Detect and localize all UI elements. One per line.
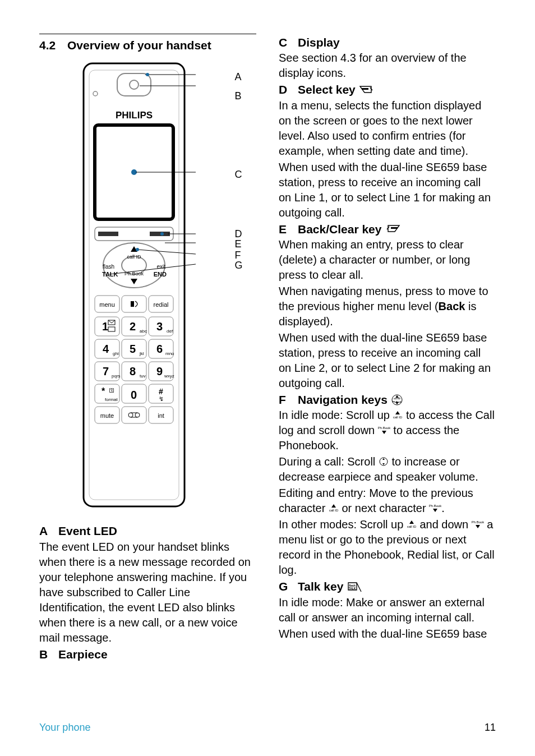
svg-text:9: 9 xyxy=(156,365,163,377)
svg-text:Ph.Book: Ph.Book xyxy=(429,504,441,508)
item-a-title: Event LED xyxy=(58,523,117,539)
svg-marker-90 xyxy=(395,411,400,414)
item-d-title: Select key xyxy=(298,82,356,98)
svg-text:6: 6 xyxy=(156,343,163,355)
footer-section: Your phone xyxy=(39,722,90,734)
svg-text:mno: mno xyxy=(165,351,174,356)
svg-text:call ID: call ID xyxy=(407,525,417,528)
item-a-text: The event LED on your handset blinks whe… xyxy=(39,540,256,646)
item-c-text: See section 4.3 for an overview of the d… xyxy=(279,50,496,81)
item-d-letter: D xyxy=(279,82,298,98)
svg-text:format: format xyxy=(105,397,118,402)
item-b-title: Earpiece xyxy=(58,647,108,662)
svg-text:call ID: call ID xyxy=(393,416,403,419)
svg-marker-104 xyxy=(476,525,480,528)
item-f-head: F Navigation keys call IDPh.Book xyxy=(279,392,496,408)
talk-key-icon: flashTALK xyxy=(347,581,362,593)
svg-text:flash: flash xyxy=(103,264,114,270)
svg-point-79 xyxy=(136,248,139,251)
svg-text:4: 4 xyxy=(103,343,109,355)
item-e-letter: E xyxy=(279,222,298,237)
footer-page-number: 11 xyxy=(485,722,496,734)
scroll-down-icon: Ph.Book xyxy=(378,425,390,435)
item-d-head: D Select key xyxy=(279,82,496,98)
svg-text:Ph.Book: Ph.Book xyxy=(378,426,390,430)
page-footer: Your phone 11 xyxy=(39,722,496,734)
svg-point-81 xyxy=(146,73,149,76)
callout-a: A xyxy=(235,70,242,84)
svg-text:wxyz: wxyz xyxy=(164,374,174,379)
item-e-p1: When making an entry, press to clear (de… xyxy=(279,237,496,283)
svg-marker-96 xyxy=(382,463,385,465)
svg-text:ghi: ghi xyxy=(113,351,119,356)
nav-ring-icon xyxy=(379,457,389,467)
item-a-letter: A xyxy=(39,523,58,539)
svg-text:7: 7 xyxy=(103,365,109,377)
nav-keys-icon: call IDPh.Book xyxy=(391,394,403,406)
svg-text:TALK: TALK xyxy=(349,587,356,590)
handset-illustration: PHILIPS call ID Ph.Book flash xyxy=(56,58,241,518)
item-b-letter: B xyxy=(39,647,58,662)
svg-text:call ID: call ID xyxy=(394,397,400,400)
item-c-head: C Display xyxy=(279,35,496,50)
svg-text:⚿: ⚿ xyxy=(109,388,114,393)
svg-text:call ID: call ID xyxy=(127,254,141,260)
scroll-down-icon-3: Ph.Book xyxy=(472,519,484,529)
svg-text:redial: redial xyxy=(153,301,168,308)
svg-point-76 xyxy=(160,232,164,236)
item-c-letter: C xyxy=(279,35,298,50)
item-d-p1: In a menu, selects the function displaye… xyxy=(279,98,496,159)
svg-text:def: def xyxy=(167,329,173,334)
item-a-head: A Event LED xyxy=(39,523,256,539)
item-g-p1: In idle mode: Make or answer an external… xyxy=(279,595,496,625)
svg-text:1: 1 xyxy=(102,320,108,333)
section-number: 4.2 xyxy=(39,38,67,53)
svg-text:menu: menu xyxy=(99,301,115,308)
item-e-title: Back/Clear key xyxy=(298,222,381,237)
svg-text:pqrs: pqrs xyxy=(112,374,121,379)
section-heading: 4.2 Overview of your handset xyxy=(39,34,256,53)
callout-g: G xyxy=(235,259,243,272)
svg-text:↯: ↯ xyxy=(159,395,164,402)
svg-text:Ph.Book: Ph.Book xyxy=(393,400,402,403)
svg-marker-93 xyxy=(382,431,386,434)
svg-text:0: 0 xyxy=(131,389,137,401)
scroll-up-icon: call ID xyxy=(393,410,403,420)
svg-marker-97 xyxy=(331,504,336,508)
scroll-up-icon-2: call ID xyxy=(329,503,339,513)
item-f-p2: During a call: Scroll to increase or dec… xyxy=(279,454,496,485)
item-f-letter: F xyxy=(279,392,298,408)
item-e-p3: When used with the dual-line SE659 base … xyxy=(279,330,496,391)
svg-text:2: 2 xyxy=(130,320,136,333)
item-g-head: G Talk key flashTALK xyxy=(279,579,496,594)
svg-text:*: * xyxy=(102,386,105,396)
svg-text:END: END xyxy=(153,271,166,278)
svg-text:8: 8 xyxy=(130,365,136,377)
scroll-down-icon-2: Ph.Book xyxy=(429,503,441,513)
svg-text:#: # xyxy=(159,387,163,396)
svg-text:mute: mute xyxy=(100,412,113,419)
select-key-icon xyxy=(359,85,375,96)
svg-text:Ph.Book: Ph.Book xyxy=(124,271,144,276)
item-g-letter: G xyxy=(279,579,298,594)
svg-rect-0 xyxy=(84,63,185,506)
item-g-title: Talk key xyxy=(298,579,343,594)
item-c-title: Display xyxy=(298,35,340,50)
scroll-up-icon-3: call ID xyxy=(407,519,417,529)
svg-text:Ph.Book: Ph.Book xyxy=(472,520,484,524)
callout-c: C xyxy=(235,168,242,181)
svg-rect-84 xyxy=(391,227,398,229)
svg-marker-95 xyxy=(382,458,385,460)
svg-rect-83 xyxy=(362,88,368,90)
svg-rect-8 xyxy=(98,232,118,236)
item-e-p2: When navigating menus, press to move to … xyxy=(279,284,496,329)
svg-rect-9 xyxy=(150,232,170,236)
item-g-p2: When used with the dual-line SE659 base xyxy=(279,626,496,642)
svg-text:3: 3 xyxy=(156,320,163,333)
svg-rect-23 xyxy=(131,301,134,307)
brand-text: PHILIPS xyxy=(115,110,152,121)
svg-text:call ID: call ID xyxy=(329,509,339,512)
item-d-p2: When used with the dual-line SE659 base … xyxy=(279,160,496,220)
item-b-head: B Earpiece xyxy=(39,647,256,662)
item-f-p4: In other modes: Scroll up call ID and do… xyxy=(279,517,496,578)
